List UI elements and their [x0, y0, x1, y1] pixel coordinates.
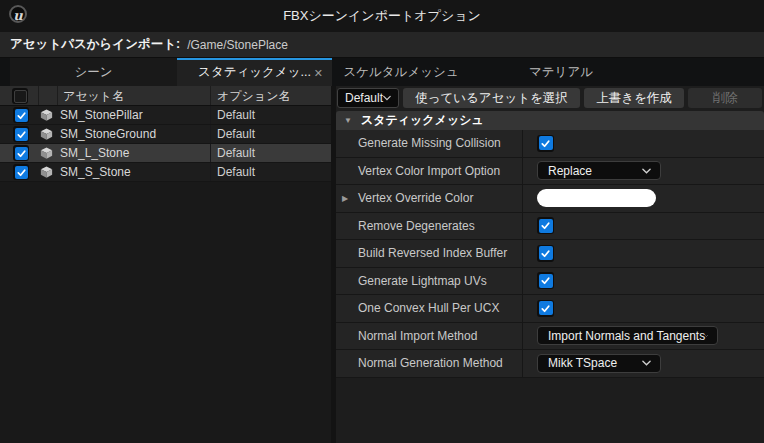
- property-label-cell: One Convex Hull Per UCX: [336, 295, 523, 322]
- window-title: FBXシーンインポートオプション: [0, 0, 764, 32]
- asset-checkbox[interactable]: [13, 164, 29, 180]
- options-profile-dropdown-value: Default: [345, 91, 383, 105]
- section-title: スタティックメッシュ: [361, 112, 484, 129]
- create-override-button[interactable]: 上書きを作成: [584, 88, 684, 108]
- property-label: Build Reversed Index Buffer: [358, 246, 507, 260]
- title-bar: u FBXシーンインポートオプション: [0, 0, 764, 32]
- asset-row[interactable]: SM_StonePillarDefault: [0, 106, 331, 125]
- select-used-assets-button[interactable]: 使っているアセットを選択: [403, 88, 580, 108]
- property-row-remove-degenerates: Remove Degenerates: [336, 213, 764, 241]
- property-value-cell: Replace: [523, 158, 764, 185]
- generate-missing-collision-checkbox-box: [539, 136, 553, 150]
- select-all-checkbox[interactable]: [12, 88, 28, 104]
- header-divider: [57, 86, 58, 105]
- asset-name: SM_S_Stone: [60, 163, 131, 181]
- column-divider: [210, 144, 211, 162]
- generate-lightmap-uvs-checkbox[interactable]: [537, 272, 554, 289]
- delete-button: 削除: [688, 88, 762, 108]
- property-value-cell: [523, 268, 764, 295]
- property-label-cell: Vertex Color Import Option: [336, 158, 523, 185]
- property-value-cell: Mikk TSpace: [523, 350, 764, 377]
- asset-table-header: アセット名 オプション名: [0, 86, 331, 106]
- header-divider: [210, 86, 211, 105]
- one-convex-hull-per-ucx-checkbox-box: [539, 301, 553, 315]
- column-divider: [210, 163, 211, 181]
- close-tab-icon[interactable]: ✕: [314, 61, 323, 86]
- normal-generation-method-dropdown[interactable]: Mikk TSpace: [537, 354, 661, 373]
- asset-row[interactable]: SM_L_StoneDefault: [0, 144, 331, 163]
- build-reversed-index-buffer-checkbox-box: [539, 246, 553, 260]
- asset-option-name: Default: [217, 106, 255, 124]
- asset-checkbox[interactable]: [13, 145, 29, 161]
- static-mesh-section-header[interactable]: ▼ スタティックメッシュ: [336, 111, 764, 130]
- asset-option-name: Default: [217, 163, 255, 181]
- property-value-cell: Import Normals and Tangents: [523, 323, 764, 350]
- import-path-label: アセットパスからインポート:: [10, 36, 180, 53]
- property-label: Generate Missing Collision: [358, 136, 501, 150]
- import-path-bar: アセットパスからインポート: /Game/StonePlace: [0, 32, 764, 58]
- property-label: Remove Degenerates: [358, 219, 475, 233]
- chevron-down-icon: [642, 168, 651, 174]
- chevron-down-icon: [642, 360, 651, 366]
- property-label-cell: Remove Degenerates: [336, 213, 523, 240]
- vertex-override-color-color-swatch[interactable]: [537, 189, 656, 207]
- property-row-vertex-color-import-option: Vertex Color Import OptionReplace: [336, 158, 764, 186]
- tab-skeletal-meshes[interactable]: スケルタルメッシュ: [336, 58, 466, 86]
- property-label: One Convex Hull Per UCX: [358, 301, 499, 315]
- tab-static-meshes[interactable]: スタティックメッ... ✕: [177, 58, 332, 86]
- normal-generation-method-dropdown-value: Mikk TSpace: [548, 356, 617, 370]
- column-header-asset-name[interactable]: アセット名: [63, 86, 124, 106]
- normal-import-method-dropdown[interactable]: Import Normals and Tangents: [537, 326, 718, 345]
- property-list: Generate Missing CollisionVertex Color I…: [336, 130, 764, 378]
- vertex-color-import-option-dropdown-value: Replace: [548, 164, 592, 178]
- property-value-cell: [523, 213, 764, 240]
- collapse-arrow-icon[interactable]: ▼: [344, 116, 352, 125]
- generate-lightmap-uvs-checkbox-box: [539, 274, 553, 288]
- property-label-cell: Normal Import Method: [336, 323, 523, 350]
- chevron-down-icon: [383, 95, 391, 101]
- header-divider: [38, 86, 39, 105]
- build-reversed-index-buffer-checkbox[interactable]: [537, 245, 554, 262]
- property-value-cell: [523, 240, 764, 267]
- tab-static-meshes-label: スタティックメッ...: [198, 65, 311, 79]
- tab-bar: シーン スタティックメッ... ✕ スケルタルメッシュ マテリアル: [0, 58, 764, 86]
- one-convex-hull-per-ucx-checkbox[interactable]: [537, 300, 554, 317]
- remove-degenerates-checkbox[interactable]: [537, 217, 554, 234]
- static-mesh-icon: [39, 127, 54, 145]
- asset-row[interactable]: SM_S_StoneDefault: [0, 163, 331, 182]
- asset-checkbox-box: [15, 128, 28, 141]
- tab-materials[interactable]: マテリアル: [466, 58, 656, 86]
- property-row-build-reversed-index-buffer: Build Reversed Index Buffer: [336, 240, 764, 268]
- asset-checkbox-box: [15, 109, 28, 122]
- asset-table-panel: アセット名 オプション名 SM_StonePillarDefaultSM_Sto…: [0, 86, 331, 443]
- property-row-one-convex-hull-per-ucx: One Convex Hull Per UCX: [336, 295, 764, 323]
- property-label-cell: ▶Vertex Override Color: [336, 185, 523, 212]
- asset-checkbox[interactable]: [13, 107, 29, 123]
- property-value-cell: [523, 130, 764, 157]
- asset-option-name: Default: [217, 125, 255, 143]
- property-label-cell: Normal Generation Method: [336, 350, 523, 377]
- static-mesh-icon: [39, 146, 54, 164]
- asset-row[interactable]: SM_StoneGroundDefault: [0, 125, 331, 144]
- expand-arrow-icon[interactable]: ▶: [342, 194, 348, 203]
- asset-name: SM_StonePillar: [60, 106, 143, 124]
- asset-name: SM_StoneGround: [60, 125, 156, 143]
- asset-checkbox[interactable]: [13, 126, 29, 142]
- property-row-normal-generation-method: Normal Generation MethodMikk TSpace: [336, 350, 764, 378]
- static-mesh-icon: [39, 108, 54, 126]
- property-row-normal-import-method: Normal Import MethodImport Normals and T…: [336, 323, 764, 351]
- normal-import-method-dropdown-value: Import Normals and Tangents: [548, 329, 705, 343]
- vertex-color-import-option-dropdown[interactable]: Replace: [537, 161, 661, 180]
- options-profile-dropdown[interactable]: Default: [337, 88, 399, 108]
- generate-missing-collision-checkbox[interactable]: [537, 135, 554, 152]
- tab-scene[interactable]: シーン: [10, 58, 177, 86]
- property-value-cell: [523, 185, 764, 212]
- select-all-checkbox-box: [14, 90, 27, 103]
- property-label-cell: Generate Lightmap UVs: [336, 268, 523, 295]
- property-label-cell: Build Reversed Index Buffer: [336, 240, 523, 267]
- property-label-cell: Generate Missing Collision: [336, 130, 523, 157]
- asset-name: SM_L_Stone: [60, 144, 129, 162]
- asset-option-name: Default: [217, 144, 255, 162]
- property-label: Vertex Color Import Option: [358, 164, 500, 178]
- column-header-option-name[interactable]: オプション名: [217, 86, 290, 106]
